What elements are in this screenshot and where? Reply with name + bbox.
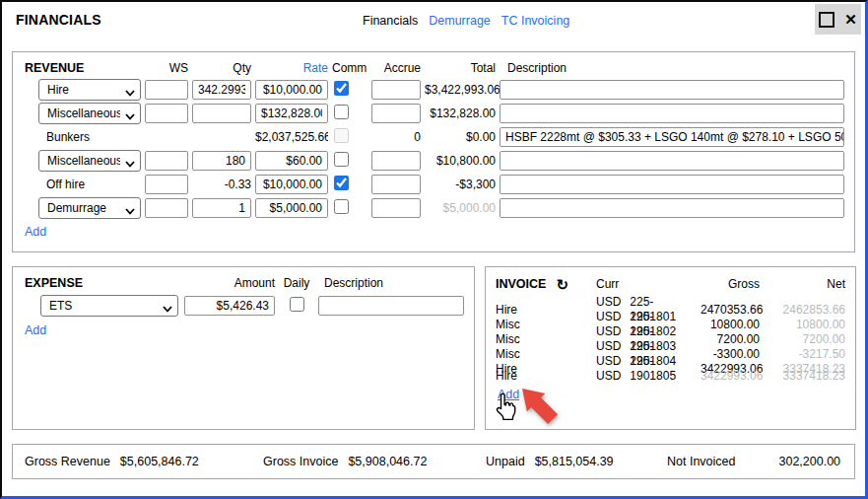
comm-checkbox[interactable] (334, 176, 349, 190)
unpaid-label: Unpaid (486, 455, 525, 468)
gross-invoice-value: $5,908,046.72 (348, 455, 427, 468)
comm-cell (332, 199, 367, 217)
rate-input[interactable] (255, 104, 328, 123)
description-input[interactable] (500, 80, 844, 100)
description-input[interactable] (500, 127, 844, 147)
cursor-hand-icon (495, 392, 518, 425)
nav-financials[interactable]: Financials (363, 14, 418, 28)
invoice-gross: -3300.00 (701, 347, 760, 362)
close-icon[interactable]: ✕ (844, 12, 857, 27)
invoice-net: -3217.50 (762, 347, 845, 362)
expense-panel: EXPENSE Amount Daily Description ETS Add (12, 266, 475, 430)
total-value: $3,422,993.06 (425, 83, 496, 97)
revenue-type-select: Hire (38, 79, 141, 101)
qty-input[interactable] (192, 104, 251, 123)
comm-checkbox[interactable] (334, 199, 349, 214)
expense-type-select: ETS (40, 295, 178, 317)
comm-cell (332, 176, 367, 193)
accrue-input[interactable] (371, 198, 421, 218)
revenue-row: Miscellaneous $10,800.00 (13, 149, 854, 173)
revenue-row: Miscellaneous $132,828.00 (13, 102, 854, 125)
description-input[interactable] (500, 175, 844, 194)
revenue-add-button[interactable]: Add (25, 225, 46, 239)
financials-window: FINANCIALS Financials Demurrage TC Invoi… (0, 0, 868, 499)
expense-type-select-control[interactable]: ETS (40, 295, 178, 317)
description-input[interactable] (318, 296, 464, 316)
accrue-input[interactable] (371, 80, 421, 100)
invoice-title: INVOICE (496, 277, 546, 291)
col-header-comm: Comm (332, 61, 367, 75)
qty-input[interactable] (192, 198, 251, 218)
ws-input[interactable] (145, 198, 188, 218)
rate-input[interactable] (255, 151, 328, 171)
comm-checkbox (334, 128, 349, 143)
revenue-row: Demurrage $5,000.00 (13, 196, 854, 220)
invoice-type: Misc (496, 318, 594, 332)
revenue-type-select-control[interactable]: Hire (38, 79, 141, 101)
invoice-net: 10800.00 (762, 318, 845, 332)
invoice-type: Hire (496, 369, 594, 384)
col-header-gross: Gross (701, 277, 760, 291)
ws-input[interactable] (145, 80, 188, 100)
nav-demurrage[interactable]: Demurrage (429, 14, 491, 28)
invoice-type: Misc (496, 347, 594, 362)
accrue-value: 0 (371, 130, 421, 144)
comm-checkbox[interactable] (334, 152, 349, 167)
col-header-description: Description (500, 61, 844, 75)
revenue-header-row: REVENUE WS Qty Rate Comm Accrue Total De… (13, 58, 854, 78)
total-value: $0.00 (425, 130, 496, 144)
rate-input[interactable] (255, 198, 328, 218)
total-value: $132,828.00 (425, 107, 496, 120)
revenue-row: Bunkers $2,037,525.66 0 $0.00 (13, 125, 854, 149)
revenue-type-select-control[interactable]: Miscellaneous (38, 150, 141, 172)
description-input[interactable] (500, 104, 844, 123)
page-title: FINANCIALS (16, 12, 101, 28)
comm-cell (332, 152, 367, 170)
revenue-title: REVENUE (13, 61, 141, 75)
nav-tc-invoicing[interactable]: TC Invoicing (501, 14, 569, 28)
accrue-input[interactable] (371, 151, 421, 171)
expense-title: EXPENSE (13, 276, 178, 290)
invoice-net: 2462853.66 (762, 303, 845, 318)
revenue-type-select-control[interactable]: Miscellaneous (38, 103, 141, 124)
comm-checkbox[interactable] (334, 105, 349, 119)
daily-checkbox[interactable] (290, 297, 304, 312)
revenue-panel: REVENUE WS Qty Rate Comm Accrue Total De… (12, 51, 855, 252)
col-header-ws: WS (145, 61, 188, 75)
invoice-gross: 10800.00 (701, 318, 760, 332)
comm-checkbox[interactable] (334, 81, 349, 96)
expense-header-row: EXPENSE Amount Daily Description (13, 273, 474, 293)
comm-cell (332, 81, 367, 99)
revenue-type-select-control[interactable]: Demurrage (38, 197, 141, 219)
maximize-icon[interactable] (819, 12, 835, 28)
qty-input[interactable] (192, 80, 251, 100)
accrue-input[interactable] (371, 104, 421, 123)
description-input[interactable] (500, 198, 844, 218)
description-input[interactable] (500, 151, 844, 171)
invoice-title-cell: INVOICE ↻ (496, 277, 594, 292)
qty-input[interactable] (192, 151, 251, 171)
invoice-net: 3337418.23 (762, 369, 845, 384)
gross-revenue-group: Gross Revenue $5,605,846.72 (25, 455, 263, 468)
ws-input[interactable] (145, 151, 188, 171)
col-header-description: Description (318, 276, 464, 290)
col-header-qty: Qty (192, 61, 251, 75)
revenue-type-select: Demurrage (38, 197, 141, 219)
invoice-row: Hire USD 3422993.06 3337418.23 (486, 369, 855, 384)
col-header-rate[interactable]: Rate (255, 61, 328, 75)
rate-input[interactable] (255, 80, 328, 100)
expense-add-button[interactable]: Add (25, 323, 46, 337)
rate-input[interactable] (255, 175, 328, 194)
gross-invoice-group: Gross Invoice $5,908,046.72 (263, 455, 486, 468)
invoice-type: Hire (496, 303, 594, 318)
ws-input[interactable] (145, 104, 188, 123)
accrue-input[interactable] (371, 175, 421, 194)
total-value: -$3,300 (425, 178, 496, 191)
unpaid-group: Unpaid $5,815,054.39 (486, 455, 667, 468)
ws-input[interactable] (145, 175, 188, 194)
revenue-row: Hire $3,422,993.06 (13, 78, 854, 102)
comm-cell (332, 128, 367, 146)
refresh-icon[interactable]: ↻ (556, 277, 568, 292)
header-nav: Financials Demurrage TC Invoicing (363, 14, 569, 28)
amount-input[interactable] (184, 296, 275, 316)
